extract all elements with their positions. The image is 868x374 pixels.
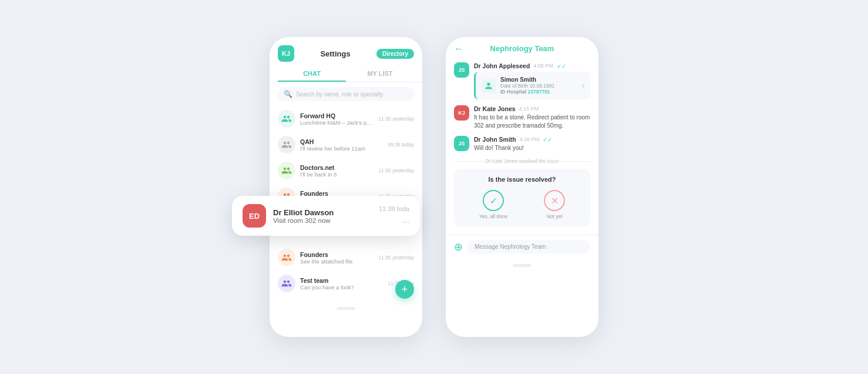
right-phone: ← Nephrology Team JS Dr John Appleseed 4…	[446, 37, 598, 337]
resolve-card: Is the issue resolved? ✓ Yes, all done ✕…	[454, 169, 590, 226]
message-row: JS Dr John Smith 4:16 PM ✓✓ Will do! Tha…	[454, 136, 590, 152]
message-time: 4:15 PM	[519, 106, 539, 112]
right-phone-header: ← Nephrology Team	[446, 37, 598, 58]
notification-info: Dr Elliot Dawson Visit room 302 now	[273, 208, 372, 224]
message-header: Dr John Appleseed 4:08 PM ✓✓	[474, 62, 590, 69]
resolve-actions: ✓ Yes, all done ✕ Not yet	[461, 190, 583, 219]
left-phone: KJ Settings Directory CHAT MY LIST 🔍 Sea…	[270, 37, 422, 337]
notification-message: Visit room 302 now	[273, 217, 372, 224]
chat-info: Doctors.net I'll be back in 5	[300, 164, 374, 178]
patient-info: Simon Smith Date of Birth 10.09.1991 ID …	[500, 76, 582, 95]
chat-name: QAH	[300, 138, 383, 145]
chat-time: 09:35 today	[388, 142, 414, 148]
message-text: Will do! Thank you!	[474, 144, 590, 152]
yes-label: Yes, all done	[479, 213, 507, 219]
left-phone-header: KJ Settings Directory	[270, 37, 422, 66]
message-input[interactable]: Message Nephrology Team	[467, 240, 590, 253]
message-time: 4:16 PM	[520, 136, 540, 142]
chat-info: Forward HQ Lunchtime M&M – Jack's presen…	[300, 112, 374, 126]
directory-button[interactable]: Directory	[376, 49, 414, 59]
message-row: KJ Dr Kate Jones 4:15 PM It has to be a …	[454, 105, 590, 130]
message-header: Dr Kate Jones 4:15 PM	[474, 105, 590, 112]
notification-meta: 11:38 toda ···	[379, 205, 409, 226]
chat-time: 11:35 yesterday	[379, 168, 414, 173]
chat-name: Forward HQ	[300, 112, 374, 119]
chat-name: Founders	[300, 251, 374, 258]
chat-avatar	[278, 275, 295, 292]
chat-name: Test team	[300, 277, 383, 284]
patient-id: ID Hospital 23787701	[500, 89, 582, 95]
chat-preview: I'll review her before 11am	[300, 145, 383, 152]
sender-name: Dr Kate Jones	[474, 105, 516, 112]
tab-chat[interactable]: CHAT	[278, 66, 346, 82]
chat-avatar	[278, 249, 295, 266]
read-receipt-icon: ✓✓	[543, 136, 552, 143]
home-indicator	[513, 264, 531, 267]
tab-my-list[interactable]: MY LIST	[346, 66, 414, 82]
notification-time: 11:38 toda	[379, 205, 409, 212]
patient-icon	[482, 79, 496, 93]
chevron-right-icon: ›	[582, 82, 584, 90]
notification-card[interactable]: ED Dr Elliot Dawson Visit room 302 now 1…	[232, 196, 420, 236]
sender-name: Dr John Smith	[474, 136, 516, 143]
list-item[interactable]: QAH I'll review her before 11am 09:35 to…	[270, 132, 422, 158]
notification-sender: Dr Elliot Dawson	[273, 208, 372, 217]
bottom-indicator	[446, 258, 598, 275]
chat-avatar	[278, 136, 295, 153]
back-button[interactable]: ←	[454, 44, 463, 54]
chat-time: 11:35 yesterday	[379, 255, 414, 261]
sender-avatar: JS	[454, 136, 469, 151]
divider-resolved: Dr Kate Jones resolved the issue	[454, 158, 590, 164]
message-content: Dr John Appleseed 4:08 PM ✓✓ Simon Smith…	[474, 62, 590, 99]
sender-avatar: KJ	[454, 105, 469, 121]
chat-preview: Lunchtime M&M – Jack's presenting!	[300, 119, 374, 126]
home-indicator	[337, 307, 355, 310]
list-item[interactable]: Doctors.net I'll be back in 5 11:35 yest…	[270, 158, 422, 183]
chat-name: Doctors.net	[300, 164, 374, 171]
patient-dob: Date of Birth 10.09.1991	[500, 83, 582, 89]
chat-info: Test team Can you have a look?	[300, 277, 383, 290]
chat-preview: Can you have a look?	[300, 284, 383, 290]
patient-name: Simon Smith	[500, 76, 582, 83]
chat-time: 11:35 yesterday	[379, 116, 414, 122]
message-text: It has to be a stone. Redirect patient t…	[474, 113, 590, 130]
chat-preview: See the attatched file	[300, 258, 374, 265]
no-circle: ✕	[544, 190, 565, 211]
patient-card[interactable]: Simon Smith Date of Birth 10.09.1991 ID …	[474, 72, 590, 99]
scene: KJ Settings Directory CHAT MY LIST 🔍 Sea…	[0, 14, 868, 360]
sender-avatar: JS	[454, 62, 469, 78]
notification-avatar: ED	[243, 204, 266, 228]
sender-name: Dr John Appleseed	[474, 62, 530, 69]
resolve-no-button[interactable]: ✕ Not yet	[544, 190, 565, 219]
chat-info: QAH I'll review her before 11am	[300, 138, 383, 152]
chat-preview: I'll be back in 5	[300, 171, 374, 178]
attach-button[interactable]: ⊕	[454, 241, 463, 253]
search-bar[interactable]: 🔍 Search by name, role or specialty	[278, 87, 414, 101]
no-label: Not yet	[547, 213, 563, 219]
message-content: Dr John Smith 4:16 PM ✓✓ Will do! Thank …	[474, 136, 590, 152]
message-list: JS Dr John Appleseed 4:08 PM ✓✓ Simon Sm…	[446, 58, 598, 235]
list-item[interactable]: Forward HQ Lunchtime M&M – Jack's presen…	[270, 106, 422, 132]
settings-title: Settings	[320, 49, 350, 58]
list-item[interactable]: Test team Can you have a look? 11:35 tod…	[270, 271, 422, 296]
yes-circle: ✓	[483, 190, 504, 211]
bottom-indicator	[270, 301, 422, 318]
fab-button[interactable]: +	[395, 280, 414, 299]
search-placeholder: Search by name, role or specialty	[296, 91, 383, 98]
resolve-question: Is the issue resolved?	[461, 176, 583, 183]
chat-title: Nephrology Team	[490, 44, 554, 53]
chat-avatar	[278, 110, 295, 128]
user-avatar: KJ	[278, 45, 294, 62]
message-time: 4:08 PM	[533, 63, 553, 69]
message-header: Dr John Smith 4:16 PM ✓✓	[474, 136, 590, 143]
message-content: Dr Kate Jones 4:15 PM It has to be a sto…	[474, 105, 590, 130]
resolve-yes-button[interactable]: ✓ Yes, all done	[479, 190, 507, 219]
chat-info: Founders See the attatched file	[300, 251, 374, 265]
list-item[interactable]: Founders See the attatched file 11:35 ye…	[270, 245, 422, 271]
chat-avatar	[278, 162, 295, 179]
message-input-row: ⊕ Message Nephrology Team	[446, 235, 598, 258]
search-icon: 🔍	[284, 90, 292, 98]
message-row: JS Dr John Appleseed 4:08 PM ✓✓ Simon Sm…	[454, 62, 590, 99]
notification-dots: ···	[402, 217, 409, 226]
tabs-bar: CHAT MY LIST	[270, 66, 422, 82]
